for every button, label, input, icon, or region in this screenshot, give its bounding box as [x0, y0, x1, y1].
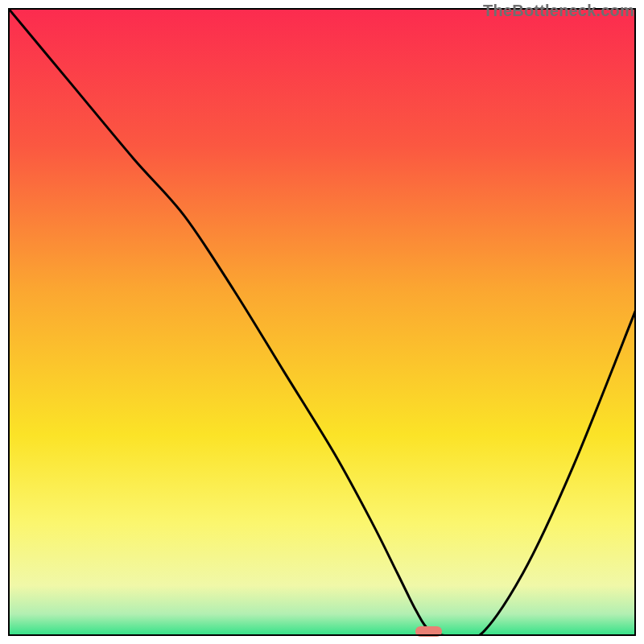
optimal-marker — [415, 626, 442, 636]
plot-area — [8, 8, 636, 636]
svg-rect-0 — [8, 8, 636, 636]
chart-container: TheBottleneck.com — [0, 0, 644, 644]
watermark-text: TheBottleneck.com — [483, 2, 634, 20]
heat-gradient-background — [8, 8, 636, 636]
